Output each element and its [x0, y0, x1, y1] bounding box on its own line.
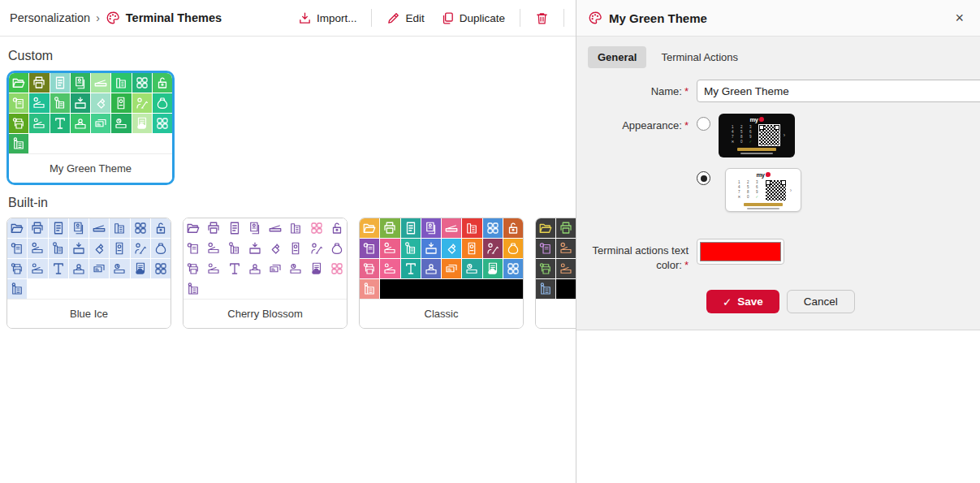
card-terminal-icon [401, 259, 421, 278]
chat-document-icon [7, 239, 27, 258]
usb-drive-icon [89, 239, 109, 258]
chat-fax-icon [401, 239, 421, 258]
chat-document-icon [360, 239, 379, 258]
signature-pen-icon [483, 239, 503, 258]
usb-drive-icon [91, 93, 110, 113]
copy-icon [441, 11, 455, 25]
name-input[interactable] [697, 80, 980, 102]
usb-drive-icon [442, 239, 461, 258]
chevron-right-icon: › [790, 188, 792, 193]
terminal-actions-text-color-label: Terminal actions text color:* [576, 239, 697, 272]
myq-q-icon [766, 172, 771, 177]
chevron-right-icon: › [784, 132, 785, 138]
name-label: Name:* [576, 80, 697, 102]
chat-document-icon [9, 93, 28, 113]
download-icon [298, 11, 312, 25]
fax-calculator-icon [9, 134, 28, 153]
fax-calculator-icon [7, 279, 27, 299]
unlock-icon [503, 218, 523, 238]
copy-printer-icon [7, 259, 27, 278]
panel-title: My Green Theme [609, 11, 707, 25]
cancel-label: Cancel [804, 295, 838, 308]
tab-terminal-actions[interactable]: Terminal Actions [651, 46, 748, 68]
theme-name-label: Cherry Blossom [183, 299, 347, 328]
tile-grid-filler [556, 279, 576, 299]
id-badge-icon [286, 239, 305, 258]
chat-scanner-icon [28, 239, 47, 258]
panel-body: GeneralTerminal Actions Name:* Appearanc… [576, 37, 980, 330]
scan-device-icon [556, 259, 576, 278]
close-icon[interactable]: × [950, 8, 969, 28]
theme-card-blue-ice[interactable]: Blue Ice [6, 218, 171, 329]
chat-fax-icon [225, 239, 244, 258]
id-badge-icon [462, 239, 481, 258]
unlock-icon [327, 218, 347, 238]
color-picker-swatch[interactable] [697, 239, 784, 265]
id-badge-icon [111, 93, 131, 113]
breadcrumb-personalization[interactable]: Personalization [10, 11, 90, 24]
theme-card-coloured-rays[interactable]: Coloured Rays [535, 218, 576, 329]
document-badge-icon [421, 218, 441, 238]
money-bag-icon [153, 93, 172, 113]
delete-button[interactable] [530, 8, 554, 28]
clock-device-icon [462, 259, 481, 278]
fax-calculator-icon [360, 279, 379, 299]
edit-button[interactable]: Edit [382, 8, 429, 28]
chat-scanner-icon [380, 239, 399, 258]
document-cloud-icon [483, 259, 503, 278]
apps-grid-2-icon [503, 259, 523, 278]
duplicate-button[interactable]: Duplicate [436, 8, 510, 28]
fax-calculator-icon [536, 279, 555, 299]
printer-icon [29, 73, 49, 93]
myq-q-icon [759, 117, 764, 122]
required-asterisk: * [684, 259, 689, 271]
theme-card-classic[interactable]: Classic [359, 218, 524, 329]
breadcrumb-separator: › [96, 11, 100, 24]
folder-icon [7, 218, 27, 238]
fax-icon [110, 218, 129, 238]
appearance-field-row: Appearance:* my 123456789✕0✓ › [576, 114, 974, 222]
copy-printer-icon [536, 259, 555, 278]
tab-general[interactable]: General [588, 46, 646, 68]
import-button[interactable]: Import... [293, 8, 362, 28]
qr-code [758, 124, 780, 146]
person-desk-icon [421, 259, 441, 278]
theme-card-my-green-theme[interactable]: My Green Theme [6, 71, 175, 185]
fax-icon [111, 73, 131, 93]
panel-tabs: GeneralTerminal Actions [576, 45, 974, 80]
terminal-preview-light[interactable]: my 123456789✕0✓ › [725, 168, 801, 212]
fax-icon [286, 218, 305, 238]
chat-scanner-icon [204, 239, 223, 258]
id-cards-icon [266, 259, 285, 278]
signature-pen-icon [132, 93, 152, 113]
save-label: Save [737, 295, 763, 308]
theme-detail-panel: My Green Theme × GeneralTerminal Actions… [576, 0, 980, 483]
color-field-row: Terminal actions text color:* [576, 239, 974, 272]
card-terminal-icon [50, 114, 70, 133]
radio-light-appearance[interactable] [697, 171, 710, 185]
preview-caption [747, 208, 779, 209]
scanner-icon [442, 218, 461, 238]
required-asterisk: * [684, 85, 689, 97]
tile-grid-filler [29, 134, 172, 153]
save-button[interactable]: ✓ Save [706, 290, 779, 313]
apps-grid-2-icon [151, 259, 171, 278]
cancel-button[interactable]: Cancel [787, 290, 855, 313]
appearance-label: Appearance:* [576, 114, 697, 222]
document-badge-icon [71, 73, 90, 93]
printer-tray-icon [245, 239, 265, 258]
name-field-row: Name:* [576, 80, 974, 102]
radio-dark-appearance[interactable] [697, 117, 710, 131]
id-cards-icon [91, 114, 110, 133]
import-label: Import... [317, 12, 357, 24]
qr-code [765, 179, 787, 201]
printer-icon [556, 218, 576, 238]
printer-icon [204, 218, 223, 238]
document-icon [401, 218, 421, 238]
theme-card-cherry-blossom[interactable]: Cherry Blossom [183, 218, 348, 329]
theme-name-label: Coloured Rays [536, 299, 576, 328]
document-cloud-icon [307, 259, 326, 278]
theme-tile-grid [360, 218, 523, 299]
person-desk-icon [69, 259, 89, 278]
terminal-preview-dark[interactable]: my 123456789✕0✓ › [719, 114, 795, 157]
